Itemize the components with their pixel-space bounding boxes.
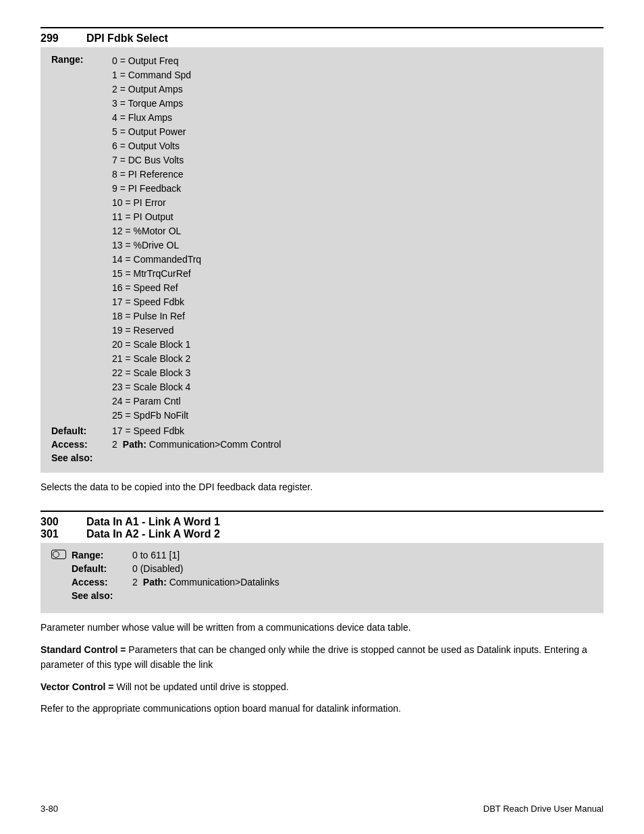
- default-value-300: 0 (Disabled): [132, 563, 593, 574]
- range-row: Range: 0 = Output Freq 1 = Command Spd 2…: [51, 54, 593, 423]
- see-also-row-300: See also:: [72, 590, 593, 601]
- vector-control-text: Will not be updated until drive is stopp…: [114, 681, 289, 692]
- section-301-subtitle: - Link A Word 2: [139, 528, 220, 540]
- access-value-299: 2: [112, 439, 117, 450]
- default-row: Default: 17 = Speed Fdbk: [51, 425, 593, 436]
- params-content: Range: 0 to 611 [1] Default: 0 (Disabled…: [72, 550, 593, 604]
- section-299-params: Range: 0 = Output Freq 1 = Command Spd 2…: [41, 47, 603, 473]
- section-301-title: Data In A2 - Link A Word 2: [86, 528, 220, 540]
- range-line-11: 11 = PI Output: [112, 210, 593, 224]
- range-line-15: 15 = MtrTrqCurRef: [112, 267, 593, 281]
- section-299: 299 DPI Fdbk Select Range: 0 = Output Fr…: [41, 27, 603, 494]
- section-300-title-bold: Data In A1: [86, 516, 139, 527]
- section-300-description2: Refer to the appropriate communications …: [41, 701, 603, 716]
- section-300-subtitle: - Link A Word 1: [139, 516, 220, 527]
- range-line-23: 23 = Scale Block 4: [112, 380, 593, 394]
- see-also-label-300: See also:: [72, 590, 132, 601]
- section-300-description1: Parameter number whose value will be wri…: [41, 620, 603, 635]
- range-line-12: 12 = %Motor OL: [112, 224, 593, 238]
- path-value-299: Communication>Comm Control: [149, 439, 281, 450]
- section-300-number: 300: [41, 516, 81, 528]
- range-line-17: 17 = Speed Fdbk: [112, 295, 593, 309]
- range-line-25: 25 = SpdFb NoFilt: [112, 409, 593, 423]
- access-label-300: Access:: [72, 577, 132, 588]
- access-path-299: Path: Communication>Comm Control: [123, 439, 281, 450]
- range-line-18: 18 = Pulse In Ref: [112, 309, 593, 323]
- range-line-4: 4 = Flux Amps: [112, 111, 593, 125]
- range-line-13: 13 = %Drive OL: [112, 238, 593, 253]
- default-label: Default:: [51, 425, 112, 436]
- range-line-21: 21 = Scale Block 2: [112, 352, 593, 366]
- range-row-300: Range: 0 to 611 [1]: [72, 550, 593, 561]
- path-value-300: Communication>Datalinks: [169, 577, 279, 588]
- section-301-title-bold: Data In A2: [86, 528, 139, 540]
- access-row-300: Access: 2 Path: Communication>Datalinks: [72, 577, 593, 588]
- range-line-19: 19 = Reserved: [112, 323, 593, 338]
- access-path-300: Path: Communication>Datalinks: [143, 577, 279, 588]
- section-300-title: Data In A1 - Link A Word 1: [86, 516, 220, 528]
- vector-control-label: Vector Control =: [41, 681, 114, 692]
- section-299-title: DPI Fdbk Select: [86, 32, 168, 45]
- default-value: 17 = Speed Fdbk: [112, 425, 593, 436]
- range-line-2: 2 = Output Amps: [112, 82, 593, 97]
- access-row-299: Access: 2 Path: Communication>Comm Contr…: [51, 439, 593, 450]
- section-300-301: 300 Data In A1 - Link A Word 1 301 Data …: [41, 511, 603, 716]
- section-300-301-header: 300 Data In A1 - Link A Word 1 301 Data …: [41, 511, 603, 543]
- section-300-vector-control: Vector Control = Will not be updated unt…: [41, 679, 603, 694]
- range-line-16: 16 = Speed Ref: [112, 281, 593, 295]
- range-line-5: 5 = Output Power: [112, 125, 593, 139]
- path-label-299: Path:: [123, 439, 146, 450]
- section-301-row: 301 Data In A2 - Link A Word 2: [41, 528, 603, 540]
- section-300-row: 300 Data In A1 - Link A Word 1: [41, 516, 603, 528]
- access-label-299: Access:: [51, 439, 112, 450]
- range-line-3: 3 = Torque Amps: [112, 97, 593, 111]
- section-299-description: Selects the data to be copied into the D…: [41, 479, 603, 494]
- section-301-number: 301: [41, 528, 81, 540]
- access-value-row-300: 2 Path: Communication>Datalinks: [132, 577, 279, 588]
- range-label-300: Range:: [72, 550, 132, 561]
- datalink-icon: [51, 550, 66, 559]
- section-299-header: 299 DPI Fdbk Select: [41, 27, 603, 47]
- access-value-row-299: 2 Path: Communication>Comm Control: [112, 439, 281, 450]
- default-row-300: Default: 0 (Disabled): [72, 563, 593, 574]
- see-also-label-299: See also:: [51, 452, 112, 463]
- see-also-row-299: See also:: [51, 452, 593, 463]
- std-control-label: Standard Control =: [41, 644, 126, 655]
- footer-left: 3-80: [41, 804, 58, 814]
- range-values: 0 = Output Freq 1 = Command Spd 2 = Outp…: [112, 54, 593, 423]
- range-line-8: 8 = PI Reference: [112, 167, 593, 182]
- range-line-24: 24 = Param Cntl: [112, 394, 593, 409]
- range-line-9: 9 = PI Feedback: [112, 182, 593, 196]
- default-label-300: Default:: [72, 563, 132, 574]
- range-line-22: 22 = Scale Block 3: [112, 366, 593, 380]
- range-line-1: 1 = Command Spd: [112, 68, 593, 82]
- range-line-6: 6 = Output Volts: [112, 139, 593, 153]
- range-line-20: 20 = Scale Block 1: [112, 338, 593, 352]
- range-line-7: 7 = DC Bus Volts: [112, 153, 593, 167]
- section-300-std-control: Standard Control = Parameters that can b…: [41, 642, 603, 673]
- range-line-14: 14 = CommandedTrq: [112, 253, 593, 267]
- page-footer: 3-80 DBT Reach Drive User Manual: [41, 804, 603, 814]
- section-299-number: 299: [41, 32, 81, 45]
- access-value-300: 2: [132, 577, 138, 588]
- range-line-10: 10 = PI Error: [112, 196, 593, 210]
- range-value-300: 0 to 611 [1]: [132, 550, 593, 561]
- footer-right: DBT Reach Drive User Manual: [483, 804, 603, 814]
- range-line-0: 0 = Output Freq: [112, 54, 593, 68]
- section-300-301-params: Range: 0 to 611 [1] Default: 0 (Disabled…: [41, 543, 603, 613]
- path-label-300: Path:: [143, 577, 167, 588]
- range-label: Range:: [51, 54, 112, 65]
